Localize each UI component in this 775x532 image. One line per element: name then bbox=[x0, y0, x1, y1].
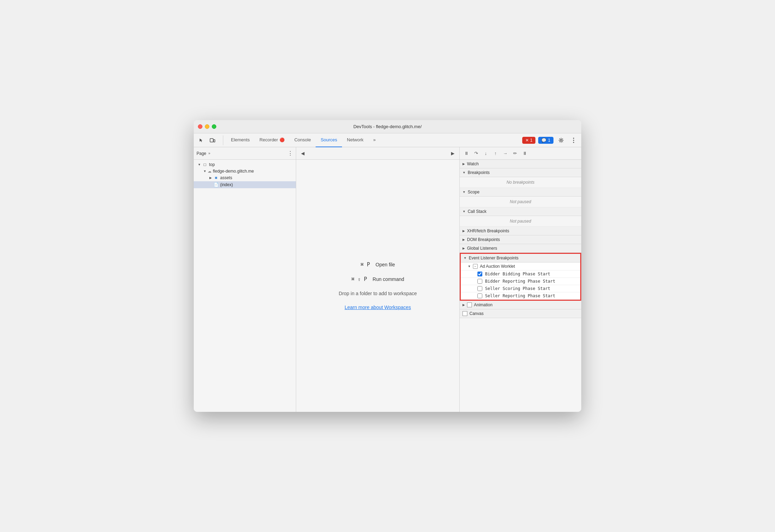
section-breakpoints-header[interactable]: ▼ Breakpoints bbox=[460, 168, 581, 177]
svg-point-2 bbox=[560, 139, 562, 141]
tab-sources[interactable]: Sources bbox=[316, 133, 342, 147]
step-out-icon[interactable]: ↑ bbox=[491, 149, 500, 158]
error-icon: ✕ bbox=[525, 138, 529, 143]
folder-icon-assets: ■ bbox=[213, 175, 219, 181]
panel-options-icon[interactable]: ⋮ bbox=[288, 150, 293, 157]
tree-item-index[interactable]: 📄 (index) bbox=[194, 181, 296, 188]
section-breakpoints-content: No breakpoints bbox=[460, 177, 581, 188]
section-callstack-label: Call Stack bbox=[468, 209, 486, 214]
section-animation-label: Animation bbox=[474, 302, 492, 307]
file-icon-index: 📄 bbox=[213, 182, 219, 188]
cloud-icon: ☁ bbox=[208, 169, 211, 174]
minimize-button[interactable] bbox=[205, 124, 209, 129]
workspace-learn-link[interactable]: Learn more about Workspaces bbox=[344, 305, 411, 310]
close-button[interactable] bbox=[198, 124, 202, 129]
section-dom-label: DOM Breakpoints bbox=[467, 237, 500, 242]
section-global-label: Global Listeners bbox=[467, 246, 497, 251]
section-watch-header[interactable]: ▶ Watch bbox=[460, 160, 581, 168]
debugger-panel: ⏸ ↷ ↓ ↑ → ✏ ⏸ ▶ Watch ▼ Breakpoints bbox=[460, 147, 581, 412]
eventlistener-arrow-icon: ▼ bbox=[464, 256, 467, 260]
ad-auction-arrow-icon: ▼ bbox=[468, 265, 471, 268]
tree-label-top: top bbox=[209, 162, 215, 167]
ad-auction-header[interactable]: ▼ − Ad Auction Worklet bbox=[461, 263, 580, 271]
run-icon[interactable]: ▶ bbox=[449, 150, 457, 157]
tab-recorder[interactable]: Recorder 🔴 bbox=[255, 133, 289, 147]
svg-point-4 bbox=[573, 140, 574, 141]
checkbox-bidder-reporting: Bidder Reporting Phase Start bbox=[461, 278, 580, 285]
info-icon: 💬 bbox=[541, 138, 547, 143]
tab-console[interactable]: Console bbox=[290, 133, 316, 147]
devtools-window: DevTools - fledge-demo.glitch.me/ Elemen… bbox=[194, 120, 581, 412]
file-tree: ▼ □ top ▼ ☁ fledge-demo.glitch.me ▶ ■ as… bbox=[194, 160, 296, 412]
step-icon[interactable]: → bbox=[501, 149, 510, 158]
device-toggle-icon[interactable] bbox=[208, 135, 217, 145]
more-tabs-button[interactable]: » bbox=[368, 133, 381, 147]
file-panel: Page » ⋮ ▼ □ top ▼ ☁ fledge-demo.glitch.… bbox=[194, 147, 296, 412]
pause-icon[interactable]: ⏸ bbox=[462, 149, 471, 158]
step-into-icon[interactable]: ↓ bbox=[481, 149, 490, 158]
shortcut-run-command: ⌘ ⇧ P Run command bbox=[351, 276, 404, 282]
section-scope-content: Not paused bbox=[460, 197, 581, 207]
section-watch-label: Watch bbox=[467, 161, 479, 166]
tab-elements[interactable]: Elements bbox=[226, 133, 255, 147]
step-over-icon[interactable]: ↷ bbox=[472, 149, 481, 158]
section-global-header[interactable]: ▶ Global Listeners bbox=[460, 244, 581, 253]
main-toolbar: Elements Recorder 🔴 Console Sources Netw… bbox=[194, 133, 581, 147]
main-content: Page » ⋮ ▼ □ top ▼ ☁ fledge-demo.glitch.… bbox=[194, 147, 581, 412]
panel-expand-icon[interactable]: » bbox=[208, 151, 210, 155]
tree-label-assets: assets bbox=[220, 175, 232, 180]
tab-network[interactable]: Network bbox=[342, 133, 368, 147]
section-dom-header[interactable]: ▶ DOM Breakpoints bbox=[460, 235, 581, 244]
tree-arrow-domain: ▼ bbox=[202, 169, 208, 173]
checkbox-seller-scoring-label: Seller Scoring Phase Start bbox=[485, 286, 550, 291]
sidebar-toggle-icon[interactable]: ◀ bbox=[299, 150, 307, 157]
tree-item-top[interactable]: ▼ □ top bbox=[194, 161, 296, 168]
checkbox-bidder-bidding-input[interactable] bbox=[477, 272, 482, 276]
error-badge-button[interactable]: ✕ 1 bbox=[522, 137, 536, 144]
editor-panel: ◀ ▶ ⌘ P Open file ⌘ ⇧ P Run command Drop… bbox=[296, 147, 460, 412]
window-title: DevTools - fledge-demo.glitch.me/ bbox=[353, 124, 422, 129]
toolbar-icons bbox=[197, 135, 223, 145]
section-callstack-content: Not paused bbox=[460, 216, 581, 227]
svg-point-3 bbox=[573, 138, 574, 139]
dont-pause-exceptions-icon[interactable]: ⏸ bbox=[520, 149, 529, 158]
settings-icon[interactable] bbox=[556, 135, 566, 145]
section-callstack-header[interactable]: ▼ Call Stack bbox=[460, 207, 581, 216]
callstack-arrow-icon: ▼ bbox=[462, 210, 466, 213]
cursor-icon[interactable] bbox=[197, 135, 206, 145]
maximize-button[interactable] bbox=[212, 124, 216, 129]
error-count: 1 bbox=[530, 138, 533, 143]
section-breakpoints-label: Breakpoints bbox=[468, 170, 490, 175]
editor-toolbar: ◀ ▶ bbox=[296, 147, 459, 160]
breakpoints-arrow-icon: ▼ bbox=[462, 171, 466, 174]
section-animation-header[interactable]: ▶ Animation bbox=[460, 301, 581, 309]
file-panel-header: Page » ⋮ bbox=[194, 147, 296, 160]
info-badge-button[interactable]: 💬 1 bbox=[538, 137, 553, 144]
section-eventlistener-header[interactable]: ▼ Event Listener Breakpoints bbox=[461, 254, 580, 263]
traffic-lights bbox=[198, 124, 216, 129]
workspace-drop-text: Drop in a folder to add to workspace bbox=[339, 291, 417, 296]
section-xhr-header[interactable]: ▶ XHR/fetch Breakpoints bbox=[460, 227, 581, 235]
debugger-toolbar: ⏸ ↷ ↓ ↑ → ✏ ⏸ bbox=[460, 147, 581, 160]
checkbox-bidder-reporting-input[interactable] bbox=[477, 279, 482, 284]
tree-item-assets[interactable]: ▶ ■ assets bbox=[194, 174, 296, 181]
tree-item-domain[interactable]: ▼ ☁ fledge-demo.glitch.me bbox=[194, 168, 296, 174]
checkbox-seller-reporting-input[interactable] bbox=[477, 293, 482, 298]
svg-rect-1 bbox=[214, 140, 215, 142]
global-arrow-icon: ▶ bbox=[462, 247, 465, 250]
checkbox-seller-scoring-input[interactable] bbox=[477, 286, 482, 291]
checkbox-bidder-bidding: Bidder Bidding Phase Start bbox=[461, 271, 580, 278]
checkbox-seller-reporting: Seller Reporting Phase Start bbox=[461, 292, 580, 300]
more-options-icon[interactable] bbox=[569, 135, 578, 145]
debug-sections: ▶ Watch ▼ Breakpoints No breakpoints ▼ S… bbox=[460, 160, 581, 412]
section-scope-label: Scope bbox=[468, 190, 480, 194]
svg-rect-0 bbox=[210, 139, 213, 142]
svg-point-5 bbox=[573, 142, 574, 143]
animation-checkbox-icon bbox=[467, 302, 472, 307]
section-canvas-header[interactable]: Canvas bbox=[460, 309, 581, 318]
ad-auction-label: Ad Auction Worklet bbox=[480, 264, 515, 269]
checkbox-bidder-reporting-label: Bidder Reporting Phase Start bbox=[485, 279, 555, 284]
info-count: 1 bbox=[548, 138, 550, 143]
section-scope-header[interactable]: ▼ Scope bbox=[460, 188, 581, 197]
deactivate-breakpoints-icon[interactable]: ✏ bbox=[510, 149, 519, 158]
